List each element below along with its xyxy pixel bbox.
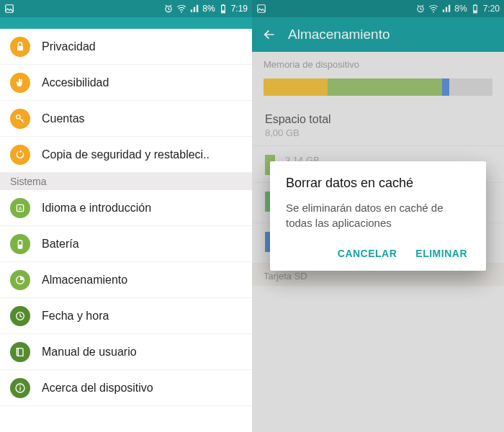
clock-icon <box>10 306 30 326</box>
section-header-sistema: Sistema <box>0 173 252 190</box>
svg-rect-5 <box>222 10 225 12</box>
svg-rect-0 <box>6 5 14 13</box>
storage-pane-right: 8% 7:20 Almacenamiento Memoria de dispos… <box>252 0 504 432</box>
svg-rect-11 <box>19 240 22 240</box>
row-label: Cuentas <box>42 112 85 125</box>
lock-icon <box>10 37 30 57</box>
svg-rect-6 <box>17 45 23 50</box>
settings-row-key[interactable]: Cuentas <box>0 101 252 137</box>
svg-text:A: A <box>19 205 22 210</box>
settings-row-refresh[interactable]: Copia de seguridad y restableci.. <box>0 137 252 173</box>
battery-pct: 8% <box>202 4 215 14</box>
settings-row-hand[interactable]: Accesibilidad <box>0 65 252 101</box>
settings-list[interactable]: PrivacidadAccesibilidadCuentasCopia de s… <box>0 29 252 406</box>
wifi-icon <box>176 4 186 14</box>
svg-point-7 <box>17 114 20 118</box>
row-label: Fecha y hora <box>42 310 109 323</box>
settings-pane-left: 8% 7:19 Ajustes PrivacidadAccesibilidadC… <box>0 0 252 432</box>
confirm-button[interactable]: ELIMINAR <box>415 248 467 259</box>
row-label: Accesibilidad <box>42 76 109 89</box>
settings-row-storage[interactable]: Almacenamiento <box>0 262 252 298</box>
clock-time: 7:19 <box>231 4 248 14</box>
dialog-scrim[interactable]: Borrar datos en caché Se eliminarán dato… <box>252 0 504 432</box>
settings-row-info[interactable]: Acerca del dispositivo <box>0 370 252 406</box>
settings-row-clock[interactable]: Fecha y hora <box>0 298 252 334</box>
clear-cache-dialog: Borrar datos en caché Se eliminarán dato… <box>270 161 486 271</box>
svg-rect-17 <box>19 385 20 386</box>
row-label: Manual de usuario <box>42 346 137 359</box>
battery-icon <box>218 4 228 14</box>
svg-rect-4 <box>222 4 223 5</box>
row-label: Almacenamiento <box>42 274 127 287</box>
row-label: Copia de seguridad y restableci.. <box>42 148 210 161</box>
row-label: Privacidad <box>42 40 96 53</box>
row-label: Acerca del dispositivo <box>42 382 153 395</box>
svg-rect-12 <box>19 244 22 248</box>
signal-icon <box>189 4 199 14</box>
dialog-title: Borrar datos en caché <box>286 176 470 191</box>
book-icon <box>10 342 30 362</box>
settings-row-book[interactable]: Manual de usuario <box>0 334 252 370</box>
dialog-message: Se eliminarán datos en caché de todas la… <box>286 201 470 230</box>
storage-icon <box>10 270 30 290</box>
globe-icon: A <box>10 198 30 218</box>
settings-row-globe[interactable]: AIdioma e introducción <box>0 190 252 226</box>
hand-icon <box>10 73 30 93</box>
svg-point-2 <box>181 12 182 13</box>
info-icon <box>10 378 30 398</box>
cancel-button[interactable]: CANCELAR <box>338 248 397 259</box>
alarm-icon <box>163 4 174 14</box>
settings-row-battery[interactable]: Batería <box>0 226 252 262</box>
refresh-icon <box>10 145 30 165</box>
row-label: Idioma e introducción <box>42 202 151 215</box>
picture-icon <box>4 4 14 14</box>
row-label: Batería <box>42 238 79 251</box>
svg-rect-16 <box>19 387 20 390</box>
battery-icon <box>10 234 30 254</box>
dialog-actions: CANCELAR ELIMINAR <box>286 243 470 264</box>
status-bar: 8% 7:19 <box>0 0 252 17</box>
key-icon <box>10 109 30 129</box>
